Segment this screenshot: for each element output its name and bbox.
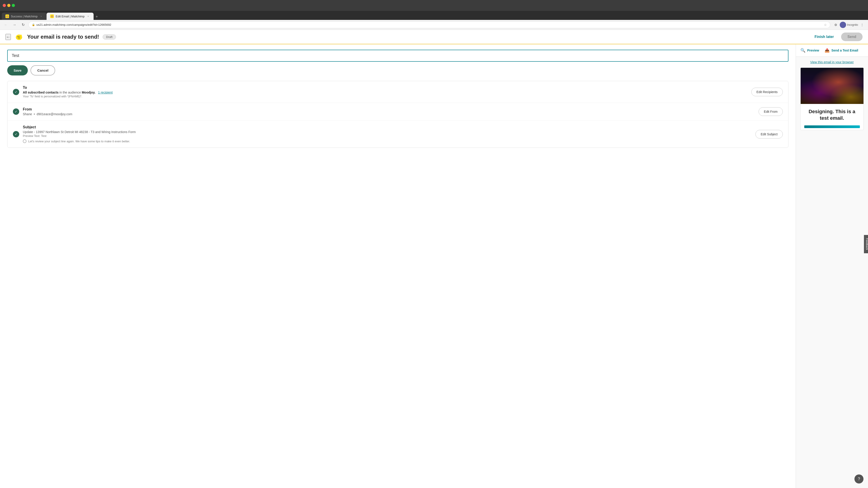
subject-check-icon: ✓ <box>13 131 19 137</box>
tab-favicon-2: 🐵 <box>50 14 54 18</box>
test-email-label: Send a Test Email <box>831 48 858 52</box>
to-recipient-count[interactable]: 1 recipient <box>98 91 113 94</box>
send-btn[interactable]: Send <box>841 33 863 41</box>
feedback-tab[interactable]: Feedback <box>864 235 868 253</box>
right-panel: 🔍 Preview 📤 Send a Test Email View this … <box>796 44 868 488</box>
draft-badge: Draft <box>103 34 116 39</box>
from-check-icon: ✓ <box>13 108 19 115</box>
right-panel-actions: 🔍 Preview 📤 Send a Test Email <box>796 44 868 57</box>
profile-icon[interactable] <box>840 22 846 28</box>
preview-image-content <box>801 68 864 104</box>
to-section-row: ✓ To All subscribed contacts in the audi… <box>7 81 788 103</box>
tab-close-1[interactable]: × <box>39 14 43 18</box>
campaign-name-input[interactable] <box>7 50 788 62</box>
tab-favicon-1: 🐵 <box>5 14 9 18</box>
to-section-content: To All subscribed contacts in the audien… <box>23 86 748 98</box>
top-nav: ← Your email is ready to send! Draft Fin… <box>0 30 868 44</box>
campaign-section: ✓ To All subscribed contacts in the audi… <box>7 81 788 148</box>
email-preview-card: Designing. This is a test email. <box>800 68 864 130</box>
browser-action-icons: ⚙ Incognito ⋮ <box>833 22 865 28</box>
suggestion-text: Let's review your subject line again. We… <box>28 140 130 143</box>
left-content: Save Cancel ✓ To All subscribed contacts… <box>0 44 796 488</box>
app-container: ← Your email is ready to send! Draft Fin… <box>0 30 868 488</box>
tab-success[interactable]: 🐵 Success | Mailchimp × <box>2 13 46 20</box>
tab-edit-email[interactable]: 🐵 Edit Email | Mailchimp × <box>46 13 94 20</box>
extensions-icon[interactable]: ⚙ <box>833 22 839 28</box>
mailchimp-logo <box>14 32 24 41</box>
browser-chrome <box>0 0 868 11</box>
subject-preview-text: Preview Text: Test <box>23 134 752 138</box>
tab-close-2[interactable]: × <box>86 14 90 18</box>
page-title: Your email is ready to send! <box>27 34 99 40</box>
svg-point-2 <box>18 36 19 37</box>
edit-recipients-btn[interactable]: Edit Recipients <box>751 88 783 96</box>
subject-text: Update - 13997 Northlawn St Detroit MI 4… <box>23 130 752 134</box>
address-bar-row: ← → ↻ 🔒 us21.admin.mailchimp.com/campaig… <box>0 20 868 30</box>
tab-bar: 🐵 Success | Mailchimp × 🐵 Edit Email | M… <box>0 11 868 20</box>
send-icon: 📤 <box>825 48 830 53</box>
input-actions: Save Cancel <box>7 65 788 75</box>
to-check-icon: ✓ <box>13 89 19 95</box>
maximize-btn[interactable] <box>12 4 15 7</box>
from-sender-email: d901eace@moodjoy.com <box>37 112 72 116</box>
to-description-pre: All subscribed contacts <box>23 91 59 94</box>
from-section-title: From <box>23 107 755 111</box>
edit-subject-btn[interactable]: Edit Subject <box>755 130 783 138</box>
view-in-browser-link[interactable]: View this email in your browser <box>810 60 854 64</box>
subject-suggestion: Let's review your subject line again. We… <box>23 139 752 143</box>
email-preview: View this email in your browser Designin… <box>796 57 868 488</box>
edit-from-btn[interactable]: Edit From <box>758 107 783 116</box>
to-description-mid: in the audience <box>59 91 82 94</box>
window-controls <box>3 4 15 7</box>
tab-label-1: Success | Mailchimp <box>11 15 37 18</box>
from-section-subtitle: Shane • d901eace@moodjoy.com <box>23 112 755 116</box>
to-section-title: To <box>23 86 748 90</box>
subject-section-content: Subject Update - 13997 Northlawn St Detr… <box>23 125 752 143</box>
from-section-row: ✓ From Shane • d901eace@moodjoy.com Edit… <box>7 103 788 121</box>
tab-label-2: Edit Email | Mailchimp <box>56 15 85 18</box>
to-audience: Moodjoy. <box>82 91 95 94</box>
new-tab-btn[interactable]: + <box>94 13 100 20</box>
to-section-subtitle: All subscribed contacts in the audience … <box>23 91 748 94</box>
from-sender-name: Shane <box>23 112 32 116</box>
main-layout: Save Cancel ✓ To All subscribed contacts… <box>0 44 868 488</box>
help-button[interactable]: ? <box>855 475 864 484</box>
save-button[interactable]: Save <box>7 65 28 75</box>
bookmark-icon[interactable]: ☆ <box>824 23 827 27</box>
forward-nav-btn[interactable]: → <box>11 22 18 28</box>
radio-circle <box>23 139 26 143</box>
preview-title: Designing. This is a test email. <box>801 104 864 124</box>
preview-blue-bar <box>804 125 860 128</box>
preview-image <box>801 68 864 104</box>
finish-later-btn[interactable]: Finish later <box>811 33 837 41</box>
incognito-label: Incognito <box>847 23 858 26</box>
cancel-button[interactable]: Cancel <box>31 65 55 75</box>
address-bar[interactable]: 🔒 us21.admin.mailchimp.com/campaigns/edi… <box>29 22 830 28</box>
to-personalization-note: Your 'To' field is personalized with *|F… <box>23 95 748 98</box>
search-icon: 🔍 <box>800 48 805 53</box>
subject-section-title: Subject <box>23 125 752 129</box>
from-section-content: From Shane • d901eace@moodjoy.com <box>23 107 755 116</box>
menu-icon[interactable]: ⋮ <box>859 22 865 28</box>
preview-label: Preview <box>807 48 819 52</box>
preview-text-value: Test <box>41 134 46 138</box>
minimize-btn[interactable] <box>7 4 10 7</box>
lock-icon: 🔒 <box>32 23 35 26</box>
reload-btn[interactable]: ↻ <box>20 22 26 28</box>
send-test-email-btn[interactable]: 📤 Send a Test Email <box>825 48 858 53</box>
preview-text-label: Preview Text: <box>23 134 40 138</box>
close-btn[interactable] <box>3 4 6 7</box>
subject-section-row: ✓ Subject Update - 13997 Northlawn St De… <box>7 121 788 148</box>
back-nav-btn[interactable]: ← <box>3 22 9 28</box>
back-arrow-btn[interactable]: ← <box>5 34 11 40</box>
address-text: us21.admin.mailchimp.com/campaigns/edit?… <box>36 23 823 26</box>
preview-btn[interactable]: 🔍 Preview <box>800 48 819 53</box>
